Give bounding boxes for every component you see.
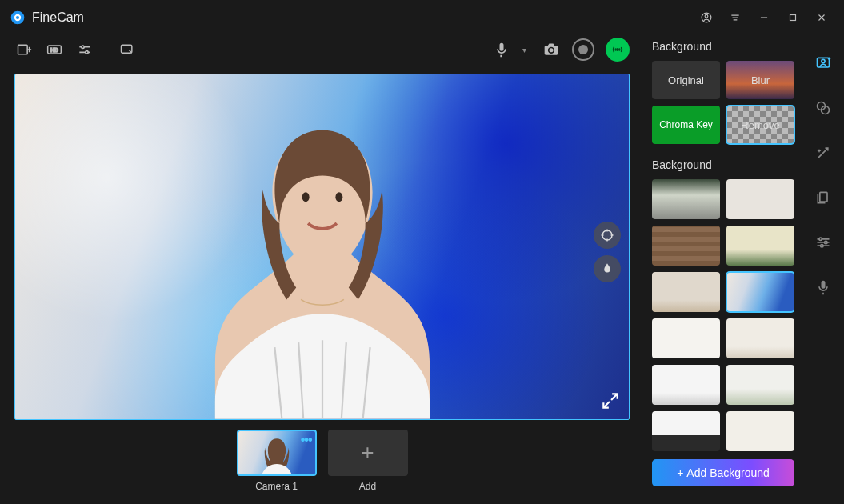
background-modes-title: Background (652, 40, 794, 53)
scene-menu-icon[interactable]: ••• (301, 433, 312, 447)
app-title: FineCam (32, 10, 84, 25)
svg-point-18 (822, 59, 825, 62)
rail-magic-icon[interactable] (814, 144, 832, 162)
watermark-icon[interactable] (594, 255, 621, 282)
background-thumb[interactable] (726, 365, 794, 405)
svg-point-10 (86, 51, 88, 54)
right-rail (802, 35, 844, 504)
rail-overlay-icon[interactable] (814, 99, 832, 117)
background-panel: Background Original Blur Chroma Key Remo… (644, 35, 802, 504)
account-icon[interactable] (694, 5, 719, 30)
background-thumb[interactable] (726, 226, 794, 266)
svg-point-9 (82, 46, 84, 48)
scene-label: Camera 1 (255, 481, 298, 492)
background-thumb[interactable] (726, 179, 794, 219)
target-icon[interactable] (594, 222, 621, 249)
background-thumb[interactable] (726, 318, 794, 358)
add-scene-label: Add (359, 481, 376, 492)
svg-point-24 (825, 241, 827, 243)
mode-blur[interactable]: Blur (726, 61, 794, 99)
mic-icon[interactable] (492, 40, 511, 59)
background-thumb[interactable] (652, 179, 720, 219)
rail-portrait-icon[interactable] (814, 54, 832, 72)
background-list-title: Background (652, 158, 794, 171)
rail-settings-icon[interactable] (814, 234, 832, 251)
svg-rect-22 (820, 192, 827, 202)
expand-icon[interactable] (600, 390, 621, 411)
svg-point-23 (819, 238, 822, 240)
svg-rect-6 (18, 45, 28, 54)
background-thumb[interactable] (652, 365, 720, 405)
titlebar: FineCam (0, 0, 844, 35)
menu-icon[interactable] (722, 5, 748, 30)
app-logo (10, 10, 26, 26)
svg-point-12 (617, 49, 618, 50)
sliders-icon[interactable] (75, 40, 94, 59)
svg-point-2 (16, 16, 19, 19)
mode-original[interactable]: Original (652, 61, 720, 99)
add-background-button[interactable]: + Add Background (652, 459, 794, 486)
mode-remove[interactable]: Remove (726, 106, 794, 144)
add-scene-button[interactable]: + (328, 430, 408, 476)
mic-dropdown-icon[interactable]: ▾ (522, 46, 530, 54)
person-subject (132, 109, 513, 419)
mode-chroma-key[interactable]: Chroma Key (652, 106, 720, 144)
background-thumb[interactable] (652, 226, 720, 266)
background-thumb[interactable] (652, 318, 720, 358)
hd-icon[interactable]: HD (45, 40, 64, 59)
svg-point-19 (828, 58, 830, 60)
scene-thumbnail-camera1[interactable]: ••• (237, 430, 317, 476)
video-preview[interactable] (14, 74, 630, 420)
close-icon[interactable] (809, 5, 834, 30)
svg-point-25 (821, 245, 823, 247)
minimize-icon[interactable] (751, 5, 777, 30)
svg-point-14 (335, 192, 342, 202)
svg-rect-5 (790, 15, 796, 21)
svg-point-13 (302, 192, 309, 202)
svg-point-15 (602, 230, 612, 240)
rail-audio-icon[interactable] (814, 278, 832, 296)
background-thumb[interactable] (652, 272, 720, 312)
plus-icon: + (677, 466, 683, 479)
svg-text:HD: HD (50, 47, 58, 53)
background-thumb-selected[interactable] (726, 272, 794, 312)
record-button[interactable] (572, 38, 594, 61)
background-thumb[interactable] (726, 411, 794, 451)
background-grid (652, 179, 794, 451)
maximize-icon[interactable] (780, 5, 806, 30)
plus-icon: + (361, 440, 374, 466)
preview-toolbar: HD ▾ (14, 35, 630, 64)
snapshot-icon[interactable] (542, 40, 561, 59)
stream-button[interactable] (606, 38, 630, 62)
add-source-icon[interactable] (14, 40, 34, 59)
svg-point-4 (705, 14, 708, 18)
background-thumb[interactable] (652, 411, 720, 451)
scene-strip: ••• Camera 1 + Add (14, 430, 630, 492)
rail-layers-icon[interactable] (814, 189, 832, 206)
annotate-icon[interactable] (118, 40, 137, 59)
